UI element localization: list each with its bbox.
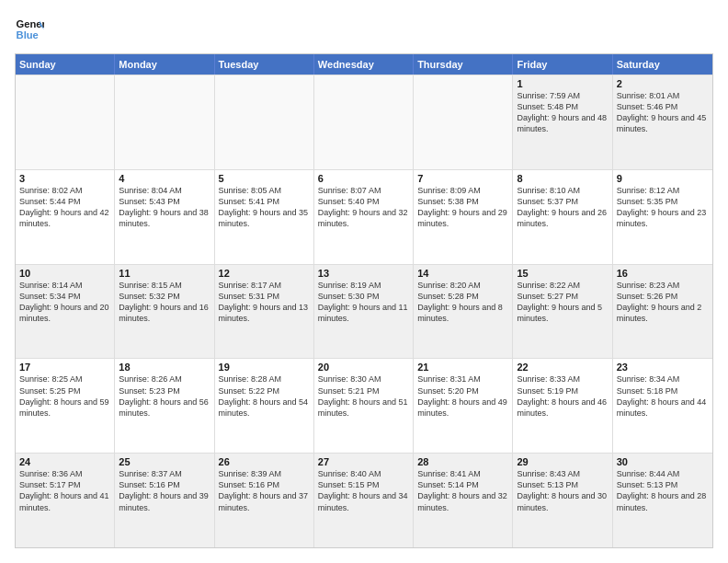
day-number: 13 bbox=[318, 268, 409, 279]
calendar-day-cell: 22Sunrise: 8:33 AM Sunset: 5:19 PM Dayli… bbox=[513, 359, 612, 453]
calendar-day-cell: 3Sunrise: 8:02 AM Sunset: 5:44 PM Daylig… bbox=[16, 170, 115, 264]
day-number: 23 bbox=[617, 362, 709, 373]
day-number: 4 bbox=[119, 173, 210, 184]
day-info: Sunrise: 8:43 AM Sunset: 5:13 PM Dayligh… bbox=[517, 469, 607, 511]
calendar-body: 1Sunrise: 7:59 AM Sunset: 5:48 PM Daylig… bbox=[16, 75, 712, 547]
day-info: Sunrise: 8:39 AM Sunset: 5:16 PM Dayligh… bbox=[219, 469, 309, 511]
day-number: 15 bbox=[517, 268, 608, 279]
day-number: 21 bbox=[417, 362, 508, 373]
calendar-day-cell: 23Sunrise: 8:34 AM Sunset: 5:18 PM Dayli… bbox=[613, 359, 712, 453]
calendar-header: SundayMondayTuesdayWednesdayThursdayFrid… bbox=[16, 54, 712, 75]
day-info: Sunrise: 8:36 AM Sunset: 5:17 PM Dayligh… bbox=[19, 469, 109, 511]
day-number: 10 bbox=[19, 268, 110, 279]
day-info: Sunrise: 8:05 AM Sunset: 5:41 PM Dayligh… bbox=[219, 186, 309, 228]
day-info: Sunrise: 8:14 AM Sunset: 5:34 PM Dayligh… bbox=[19, 281, 109, 323]
logo-icon: General Blue bbox=[15, 15, 44, 44]
day-number: 29 bbox=[517, 456, 608, 467]
empty-cell bbox=[215, 75, 314, 169]
weekday-header: Sunday bbox=[16, 54, 115, 75]
calendar-day-cell: 20Sunrise: 8:30 AM Sunset: 5:21 PM Dayli… bbox=[314, 359, 414, 453]
day-info: Sunrise: 8:17 AM Sunset: 5:31 PM Dayligh… bbox=[219, 281, 309, 323]
day-info: Sunrise: 8:44 AM Sunset: 5:13 PM Dayligh… bbox=[617, 469, 707, 511]
empty-cell bbox=[414, 75, 513, 169]
day-number: 17 bbox=[19, 362, 110, 373]
day-number: 1 bbox=[517, 78, 608, 89]
calendar-row: 17Sunrise: 8:25 AM Sunset: 5:25 PM Dayli… bbox=[16, 358, 712, 453]
day-info: Sunrise: 8:01 AM Sunset: 5:46 PM Dayligh… bbox=[617, 91, 707, 133]
calendar-day-cell: 18Sunrise: 8:26 AM Sunset: 5:23 PM Dayli… bbox=[115, 359, 214, 453]
calendar-row: 10Sunrise: 8:14 AM Sunset: 5:34 PM Dayli… bbox=[16, 264, 712, 359]
weekday-header: Monday bbox=[115, 54, 214, 75]
calendar-day-cell: 19Sunrise: 8:28 AM Sunset: 5:22 PM Dayli… bbox=[215, 359, 314, 453]
page-header: General Blue bbox=[15, 15, 713, 44]
calendar-day-cell: 27Sunrise: 8:40 AM Sunset: 5:15 PM Dayli… bbox=[314, 454, 414, 547]
day-number: 6 bbox=[318, 173, 409, 184]
day-number: 27 bbox=[318, 456, 409, 467]
day-info: Sunrise: 8:04 AM Sunset: 5:43 PM Dayligh… bbox=[119, 186, 209, 228]
day-number: 14 bbox=[417, 268, 508, 279]
weekday-header: Wednesday bbox=[314, 54, 414, 75]
day-number: 2 bbox=[617, 78, 709, 89]
calendar-day-cell: 29Sunrise: 8:43 AM Sunset: 5:13 PM Dayli… bbox=[513, 454, 612, 547]
day-number: 20 bbox=[318, 362, 409, 373]
day-number: 5 bbox=[219, 173, 310, 184]
calendar-day-cell: 21Sunrise: 8:31 AM Sunset: 5:20 PM Dayli… bbox=[414, 359, 513, 453]
day-info: Sunrise: 8:02 AM Sunset: 5:44 PM Dayligh… bbox=[19, 186, 109, 228]
day-info: Sunrise: 7:59 AM Sunset: 5:48 PM Dayligh… bbox=[517, 91, 607, 133]
calendar-day-cell: 15Sunrise: 8:22 AM Sunset: 5:27 PM Dayli… bbox=[513, 265, 612, 359]
day-number: 24 bbox=[19, 456, 110, 467]
empty-cell bbox=[16, 75, 115, 169]
day-info: Sunrise: 8:25 AM Sunset: 5:25 PM Dayligh… bbox=[19, 374, 109, 417]
day-number: 19 bbox=[219, 362, 310, 373]
calendar-day-cell: 24Sunrise: 8:36 AM Sunset: 5:17 PM Dayli… bbox=[16, 454, 115, 547]
day-number: 9 bbox=[617, 173, 709, 184]
day-info: Sunrise: 8:19 AM Sunset: 5:30 PM Dayligh… bbox=[318, 281, 408, 323]
calendar-day-cell: 16Sunrise: 8:23 AM Sunset: 5:26 PM Dayli… bbox=[613, 265, 712, 359]
logo: General Blue bbox=[15, 15, 44, 44]
day-info: Sunrise: 8:22 AM Sunset: 5:27 PM Dayligh… bbox=[517, 281, 602, 323]
day-info: Sunrise: 8:40 AM Sunset: 5:15 PM Dayligh… bbox=[318, 469, 408, 511]
day-number: 18 bbox=[119, 362, 210, 373]
weekday-header: Thursday bbox=[414, 54, 513, 75]
svg-text:Blue: Blue bbox=[17, 29, 39, 40]
calendar-day-cell: 10Sunrise: 8:14 AM Sunset: 5:34 PM Dayli… bbox=[16, 265, 115, 359]
day-number: 28 bbox=[417, 456, 508, 467]
calendar-day-cell: 9Sunrise: 8:12 AM Sunset: 5:35 PM Daylig… bbox=[613, 170, 712, 264]
empty-cell bbox=[115, 75, 214, 169]
day-info: Sunrise: 8:20 AM Sunset: 5:28 PM Dayligh… bbox=[417, 281, 503, 323]
calendar-day-cell: 13Sunrise: 8:19 AM Sunset: 5:30 PM Dayli… bbox=[314, 265, 414, 359]
day-info: Sunrise: 8:26 AM Sunset: 5:23 PM Dayligh… bbox=[119, 374, 209, 417]
day-info: Sunrise: 8:33 AM Sunset: 5:19 PM Dayligh… bbox=[517, 374, 607, 417]
calendar-day-cell: 7Sunrise: 8:09 AM Sunset: 5:38 PM Daylig… bbox=[414, 170, 513, 264]
day-number: 30 bbox=[617, 456, 709, 467]
calendar-row: 3Sunrise: 8:02 AM Sunset: 5:44 PM Daylig… bbox=[16, 169, 712, 264]
day-number: 11 bbox=[119, 268, 210, 279]
calendar-day-cell: 11Sunrise: 8:15 AM Sunset: 5:32 PM Dayli… bbox=[115, 265, 214, 359]
day-info: Sunrise: 8:07 AM Sunset: 5:40 PM Dayligh… bbox=[318, 186, 408, 228]
day-number: 22 bbox=[517, 362, 608, 373]
day-number: 7 bbox=[417, 173, 508, 184]
day-info: Sunrise: 8:37 AM Sunset: 5:16 PM Dayligh… bbox=[119, 469, 209, 511]
calendar-day-cell: 14Sunrise: 8:20 AM Sunset: 5:28 PM Dayli… bbox=[414, 265, 513, 359]
calendar-day-cell: 28Sunrise: 8:41 AM Sunset: 5:14 PM Dayli… bbox=[414, 454, 513, 547]
calendar-day-cell: 6Sunrise: 8:07 AM Sunset: 5:40 PM Daylig… bbox=[314, 170, 414, 264]
day-info: Sunrise: 8:31 AM Sunset: 5:20 PM Dayligh… bbox=[417, 374, 507, 417]
day-info: Sunrise: 8:41 AM Sunset: 5:14 PM Dayligh… bbox=[417, 469, 507, 511]
day-info: Sunrise: 8:34 AM Sunset: 5:18 PM Dayligh… bbox=[617, 374, 707, 417]
day-number: 25 bbox=[119, 456, 210, 467]
day-number: 8 bbox=[517, 173, 608, 184]
calendar-day-cell: 1Sunrise: 7:59 AM Sunset: 5:48 PM Daylig… bbox=[513, 75, 612, 169]
calendar-row: 1Sunrise: 7:59 AM Sunset: 5:48 PM Daylig… bbox=[16, 75, 712, 169]
calendar-day-cell: 8Sunrise: 8:10 AM Sunset: 5:37 PM Daylig… bbox=[513, 170, 612, 264]
calendar-row: 24Sunrise: 8:36 AM Sunset: 5:17 PM Dayli… bbox=[16, 453, 712, 547]
day-info: Sunrise: 8:09 AM Sunset: 5:38 PM Dayligh… bbox=[417, 186, 507, 228]
day-info: Sunrise: 8:15 AM Sunset: 5:32 PM Dayligh… bbox=[119, 281, 209, 323]
day-number: 16 bbox=[617, 268, 709, 279]
weekday-header: Tuesday bbox=[215, 54, 314, 75]
calendar-day-cell: 4Sunrise: 8:04 AM Sunset: 5:43 PM Daylig… bbox=[115, 170, 214, 264]
calendar-day-cell: 12Sunrise: 8:17 AM Sunset: 5:31 PM Dayli… bbox=[215, 265, 314, 359]
day-number: 3 bbox=[19, 173, 110, 184]
day-number: 12 bbox=[219, 268, 310, 279]
day-info: Sunrise: 8:28 AM Sunset: 5:22 PM Dayligh… bbox=[219, 374, 309, 417]
weekday-header: Friday bbox=[513, 54, 612, 75]
